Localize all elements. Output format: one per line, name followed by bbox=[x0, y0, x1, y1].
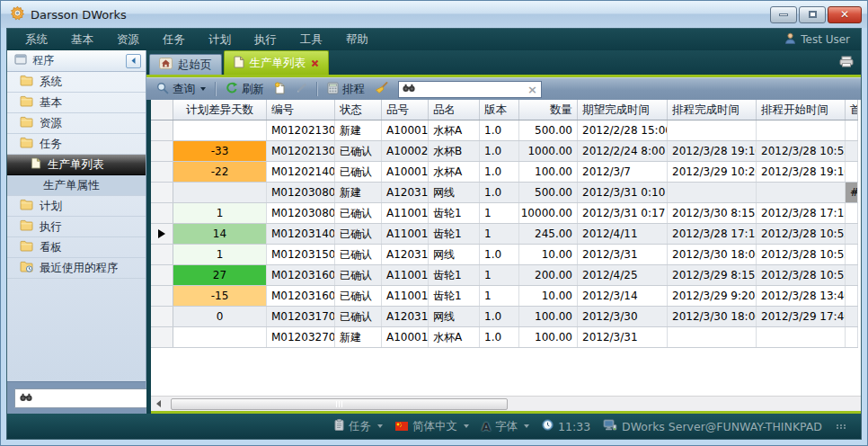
sidebar-item-2[interactable]: 资源 bbox=[7, 113, 146, 134]
task-dropdown-caret[interactable] bbox=[377, 424, 383, 428]
row-selector[interactable] bbox=[151, 327, 173, 347]
cell-item-no: A10001 bbox=[382, 162, 429, 182]
user-box[interactable]: Test User bbox=[784, 32, 850, 47]
sidebar-collapse-button[interactable] bbox=[126, 54, 141, 68]
column-header-status[interactable]: 状态 bbox=[335, 100, 382, 120]
toolbar-searchbox[interactable]: × bbox=[398, 81, 542, 98]
sidebar-item-7[interactable]: 执行 bbox=[7, 217, 146, 237]
table-row[interactable]: 14M012031402已确认A11001齿轮11245.002012/4/11… bbox=[151, 224, 858, 245]
table-row[interactable]: M012032701新建A10001水杯A1.0100.002012/3/31 bbox=[151, 327, 858, 348]
clean-button[interactable] bbox=[371, 80, 392, 99]
toolbar-search-input[interactable] bbox=[419, 83, 524, 95]
printer-icon[interactable] bbox=[839, 56, 854, 70]
folder-icon bbox=[20, 219, 33, 234]
row-selector[interactable] bbox=[151, 120, 173, 140]
menu-item-5[interactable]: 执行 bbox=[254, 32, 277, 48]
maximize-button[interactable] bbox=[799, 6, 826, 23]
new-button[interactable] bbox=[270, 80, 289, 99]
menu-item-7[interactable]: 帮助 bbox=[346, 32, 368, 48]
column-header-edge[interactable]: 首 bbox=[846, 100, 858, 120]
column-header-quantity[interactable]: 数量 bbox=[519, 100, 578, 120]
cell-edge bbox=[846, 307, 858, 326]
folder-icon bbox=[20, 75, 33, 89]
toolbar-search-clear-icon[interactable]: × bbox=[527, 84, 537, 95]
row-selector[interactable] bbox=[151, 141, 173, 161]
cell-expected-finish-time: 2012/4/11 bbox=[578, 224, 668, 244]
query-button[interactable]: 查询 bbox=[153, 80, 209, 99]
menu-item-0[interactable]: 系统 bbox=[25, 32, 48, 48]
table-row[interactable]: -33M012021302已确认A10002水杯B1.01000.002012/… bbox=[151, 141, 858, 162]
sidebar-item-5[interactable]: 生产单属性 bbox=[7, 175, 146, 196]
table-row[interactable]: M012021301新建A10001水杯A1.0500.002012/2/28 … bbox=[151, 120, 858, 141]
table-row[interactable]: -15M012031602已确认A11001齿轮1110.002012/3/14… bbox=[151, 286, 858, 307]
column-header-order-no[interactable]: 编号 bbox=[267, 100, 335, 120]
refresh-button[interactable]: 刷新 bbox=[222, 80, 268, 99]
menu-item-6[interactable]: 工具 bbox=[300, 32, 323, 48]
resize-grip[interactable] bbox=[837, 424, 846, 429]
table-row[interactable]: 1M012031501已确认A12031网线1.010.002012/3/312… bbox=[151, 245, 858, 265]
language-menu[interactable]: 简体中文 bbox=[395, 419, 469, 434]
table-row[interactable]: M012030801新建A12031网线1.0500.002012/3/31 0… bbox=[151, 183, 858, 203]
tab-start-page[interactable]: 起始页 bbox=[149, 54, 222, 75]
horizontal-scrollbar[interactable] bbox=[151, 396, 861, 411]
scroll-left-arrow[interactable] bbox=[151, 397, 166, 412]
server-item: DWorks Server@FUNWAY-THINKPAD bbox=[603, 419, 822, 433]
font-dropdown-caret[interactable] bbox=[524, 424, 529, 428]
row-selector[interactable] bbox=[151, 183, 173, 202]
sidebar-item-4[interactable]: 生产单列表 bbox=[7, 155, 146, 175]
cell-quantity: 200.00 bbox=[519, 265, 578, 285]
column-header-plan-diff-days[interactable]: 计划差异天数 bbox=[173, 100, 267, 120]
cell-schedule-start-time: 2012/3/28 10:52 bbox=[757, 265, 846, 285]
cell-status: 已确认 bbox=[335, 141, 382, 161]
menu-item-1[interactable]: 基本 bbox=[71, 32, 93, 48]
sidebar-item-1[interactable]: 基本 bbox=[7, 93, 146, 113]
schedule-button[interactable]: 排程 bbox=[323, 80, 368, 99]
column-header-expected-finish-time[interactable]: 期望完成时间 bbox=[578, 100, 668, 120]
sidebar-item-3[interactable]: 任务 bbox=[7, 134, 146, 155]
cell-order-no: M012021401 bbox=[267, 162, 335, 182]
row-selector[interactable] bbox=[151, 245, 173, 264]
font-menu[interactable]: A 字体 bbox=[482, 419, 529, 434]
tab-production-order-list[interactable]: 生产单列表 bbox=[224, 50, 330, 75]
row-selector[interactable] bbox=[151, 224, 173, 244]
minimize-button[interactable] bbox=[770, 6, 797, 23]
table-row[interactable]: 0M012031701已确认A12031网线1.0100.002012/3/30… bbox=[151, 307, 858, 327]
tab-close-icon[interactable] bbox=[311, 57, 319, 70]
sidebar-item-0[interactable]: 系统 bbox=[7, 72, 146, 93]
column-header-schedule-start-time[interactable]: 排程开始时间 bbox=[757, 100, 846, 120]
column-header-schedule-finish-time[interactable]: 排程完成时间 bbox=[668, 100, 757, 120]
folder-icon bbox=[20, 116, 33, 130]
cell-edge bbox=[846, 286, 858, 306]
column-header-item-no[interactable]: 品号 bbox=[382, 100, 429, 120]
task-menu[interactable]: 任务 bbox=[334, 419, 383, 434]
cell-item-no: A11001 bbox=[382, 286, 429, 306]
sidebar-item-6[interactable]: 计划 bbox=[7, 196, 146, 217]
menu-item-3[interactable]: 任务 bbox=[163, 32, 185, 48]
user-icon bbox=[784, 32, 796, 47]
close-button[interactable]: ✕ bbox=[828, 6, 862, 23]
query-dropdown-caret[interactable] bbox=[200, 87, 206, 91]
sidebar-item-label: 最近使用的程序 bbox=[40, 261, 119, 276]
language-dropdown-caret[interactable] bbox=[464, 424, 469, 428]
column-header-item-name[interactable]: 品名 bbox=[429, 100, 480, 120]
main-area: 起始页 生产单列表 bbox=[146, 50, 861, 414]
row-selector[interactable] bbox=[151, 203, 173, 223]
table-row[interactable]: 27M012031601已确认A11001齿轮11200.002012/4/25… bbox=[151, 265, 858, 286]
column-header-version[interactable]: 版本 bbox=[480, 100, 519, 120]
scrollbar-thumb[interactable] bbox=[171, 398, 508, 410]
row-selector[interactable] bbox=[151, 162, 173, 182]
table-row[interactable]: 1M012030802已确认A11001齿轮1110000.002012/3/3… bbox=[151, 203, 858, 224]
row-selector[interactable] bbox=[151, 265, 173, 285]
cell-status: 新建 bbox=[335, 183, 382, 202]
table-row[interactable]: -22M012021401已确认A10001水杯A1.0100.002012/3… bbox=[151, 162, 858, 183]
row-selector[interactable] bbox=[151, 307, 173, 326]
sidebar-item-label: 基本 bbox=[40, 95, 62, 111]
sidebar: 程序 系统基本资源任务生产单列表生产单属性计划执行看板最近使用的程序 × bbox=[7, 50, 146, 414]
edit-button[interactable] bbox=[292, 80, 311, 98]
row-selector[interactable] bbox=[151, 286, 173, 306]
menu-item-2[interactable]: 资源 bbox=[117, 32, 139, 48]
sidebar-item-9[interactable]: 最近使用的程序 bbox=[7, 258, 146, 279]
sidebar-item-8[interactable]: 看板 bbox=[7, 237, 146, 258]
cell-schedule-finish-time: 2012/3/28 17:13 bbox=[668, 224, 757, 244]
menu-item-4[interactable]: 计划 bbox=[208, 32, 231, 48]
